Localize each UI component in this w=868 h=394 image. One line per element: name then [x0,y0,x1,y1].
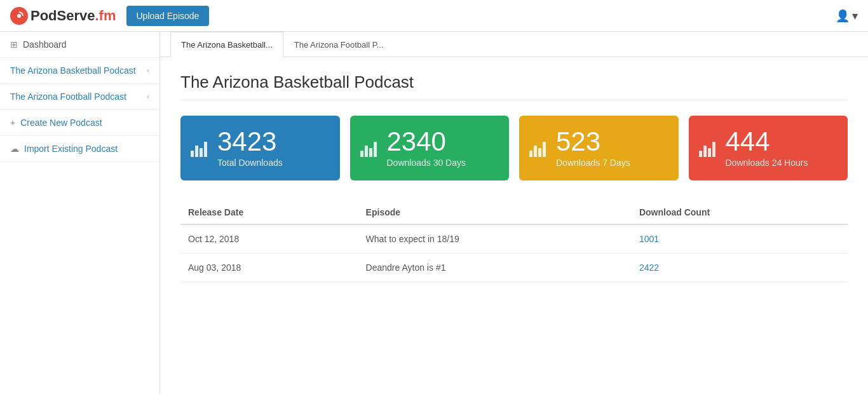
sidebar-item-arizona-basketball[interactable]: The Arizona Basketball Podcast ‹ [0,58,159,84]
user-dropdown-arrow: ▾ [852,9,858,23]
chevron-icon: ‹ [147,66,149,75]
stat-card-24hours: 444 Downloads 24 Hours [689,116,848,180]
episodes-table-wrapper: Release Date Episode Download Count Oct … [180,201,848,282]
stat-number-30days: 2340 [387,128,446,155]
cell-download-count: 1001 [632,224,848,254]
page-title: The Arizona Basketball Podcast [180,72,848,100]
sidebar-item-label: Dashboard [23,39,67,50]
cell-episode: What to expect in 18/19 [358,224,632,254]
table-row: Oct 12, 2018 What to expect in 18/19 100… [180,224,848,254]
sidebar-item-import-existing[interactable]: ☁ Import Existing Podcast [0,136,159,162]
cell-episode: Deandre Ayton is #1 [358,254,632,282]
sidebar: ⊞ Dashboard The Arizona Basketball Podca… [0,32,160,394]
table-header-row: Release Date Episode Download Count [180,201,848,224]
cell-release-date: Oct 12, 2018 [180,224,358,254]
stat-card-total: 3423 Total Downloads [180,116,340,180]
sidebar-item-create-new[interactable]: + Create New Podcast [0,110,159,136]
episodes-table: Release Date Episode Download Count Oct … [180,201,848,282]
column-episode: Episode [358,201,632,224]
stat-card-7days: 523 Downloads 7 Days [519,116,679,180]
sidebar-item-label: The Arizona Football Podcast [10,92,126,102]
sidebar-item-arizona-football[interactable]: The Arizona Football Podcast ‹ [0,84,159,110]
stat-label-7days: Downloads 7 Days [556,158,630,168]
cell-release-date: Aug 03, 2018 [180,254,358,282]
chart-icon-24hours [699,139,715,157]
chart-icon-total [191,139,207,157]
top-nav: PodServe.fm Upload Episode 👤 ▾ [0,0,868,32]
plus-icon: + [10,118,15,128]
sidebar-item-label: Import Existing Podcast [24,144,118,154]
dashboard-icon: ⊞ [10,39,18,50]
stat-label-30days: Downloads 30 Days [387,158,466,168]
stat-card-30days: 2340 Downloads 30 Days [350,116,510,180]
content-area: The Arizona Basketball Podcast 3423 Tota… [160,57,868,297]
stats-row: 3423 Total Downloads 2340 Downloads 30 D… [180,116,848,180]
sidebar-item-dashboard[interactable]: ⊞ Dashboard [0,32,159,58]
stat-label-24hours: Downloads 24 Hours [726,158,808,168]
chevron-icon: ‹ [147,92,149,101]
stat-number-7days: 523 [556,128,600,155]
sidebar-item-label: The Arizona Basketball Podcast [10,65,136,76]
column-release-date: Release Date [180,201,358,224]
chart-icon-7days [529,139,546,157]
tab-football[interactable]: The Arizona Football P... [283,32,395,57]
table-row: Aug 03, 2018 Deandre Ayton is #1 2422 [180,254,848,282]
tabs: The Arizona Basketball... The Arizona Fo… [160,32,868,57]
logo-icon [10,7,28,25]
user-icon: 👤 [836,9,850,23]
chart-icon-30days [360,139,377,157]
column-download-count: Download Count [632,201,848,224]
svg-point-0 [17,14,21,18]
upload-episode-button[interactable]: Upload Episode [126,6,210,26]
stat-number-total: 3423 [217,128,276,155]
logo: PodServe.fm [10,7,116,25]
user-menu[interactable]: 👤 ▾ [836,9,858,23]
tab-basketball[interactable]: The Arizona Basketball... [170,32,283,57]
stat-number-24hours: 444 [726,128,770,155]
stat-label-total: Total Downloads [217,158,283,168]
sidebar-item-label: Create New Podcast [20,118,102,128]
main-content: The Arizona Basketball... The Arizona Fo… [160,32,868,394]
cloud-icon: ☁ [10,144,19,154]
cell-download-count: 2422 [632,254,848,282]
logo-text: PodServe.fm [31,8,116,24]
layout: ⊞ Dashboard The Arizona Basketball Podca… [0,32,868,394]
